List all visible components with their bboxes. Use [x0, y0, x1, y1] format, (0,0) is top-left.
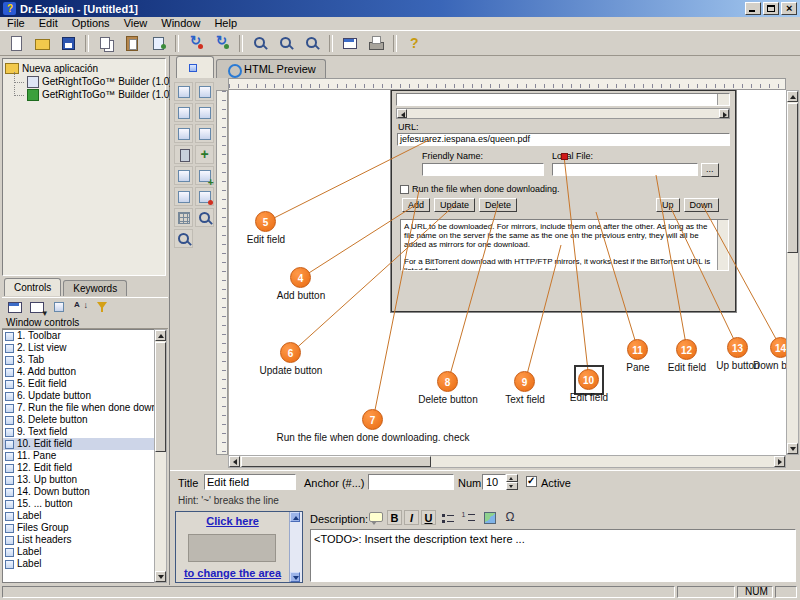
menu-item[interactable]: File — [0, 17, 32, 30]
control-list-item[interactable]: 1. Toolbar — [3, 330, 154, 342]
format-button[interactable]: B — [387, 510, 402, 525]
tab-keywords[interactable]: Keywords — [63, 280, 127, 296]
anchor-input[interactable] — [368, 474, 454, 490]
callout-9[interactable]: 9 — [514, 371, 535, 392]
callout-8[interactable]: 8 — [437, 371, 458, 392]
scroll-up-button[interactable] — [155, 330, 166, 341]
scrollbar-thumb[interactable] — [241, 456, 431, 467]
new-button[interactable] — [4, 32, 28, 55]
snap-button[interactable] — [174, 103, 193, 122]
area-preview[interactable]: Click here to change the area — [175, 511, 303, 583]
paste-button[interactable] — [120, 32, 144, 55]
click-here-link[interactable]: Click here — [176, 515, 289, 527]
preview-scrollbar[interactable] — [289, 512, 302, 582]
scroll-down-button[interactable] — [787, 443, 798, 454]
num-value[interactable]: 10 — [482, 474, 506, 490]
canvas-vscrollbar[interactable] — [786, 90, 799, 455]
tree-root-node[interactable]: Nueva aplicación — [5, 62, 163, 75]
tree-node[interactable]: GetRightToGo™ Builder (1.0) — [14, 88, 163, 101]
select-button[interactable] — [174, 82, 193, 101]
grab-button[interactable] — [210, 32, 234, 55]
control-list-item[interactable]: Label — [3, 546, 154, 558]
maximize-button[interactable] — [763, 2, 779, 15]
callout-4[interactable]: 4 — [290, 267, 311, 288]
control-list-item[interactable]: 5. Edit field — [3, 378, 154, 390]
scroll-down-button[interactable] — [290, 572, 300, 582]
close-button[interactable] — [781, 2, 797, 15]
callout-7[interactable]: 7 — [362, 409, 383, 430]
tab-html-preview[interactable]: HTML Preview — [216, 59, 326, 78]
filter-button[interactable] — [93, 297, 113, 316]
scrollbar-thumb[interactable] — [155, 342, 166, 452]
window-dropdown-button[interactable] — [27, 297, 47, 316]
comment-button[interactable] — [366, 509, 385, 527]
tab-controls[interactable]: Controls — [4, 278, 61, 296]
align-h-button[interactable] — [174, 124, 193, 143]
minimize-button[interactable] — [745, 2, 761, 15]
symbol-button[interactable] — [501, 509, 520, 527]
control-list-item[interactable]: 2. List view — [3, 342, 154, 354]
menu-item[interactable]: Window — [154, 17, 207, 30]
fields-button[interactable] — [49, 297, 69, 316]
canvas-hscrollbar[interactable] — [228, 455, 786, 468]
delete-button[interactable] — [174, 145, 193, 164]
num-down-button[interactable] — [506, 482, 518, 490]
image-button[interactable] — [480, 509, 499, 527]
control-list-item[interactable]: 12. Edit field — [3, 462, 154, 474]
print-button[interactable] — [364, 32, 388, 55]
menu-item[interactable]: Options — [65, 17, 117, 30]
control-list-item[interactable]: Label — [3, 510, 154, 522]
control-list-item[interactable]: 3. Tab — [3, 354, 154, 366]
pane-split-button[interactable] — [174, 166, 193, 185]
add-button[interactable] — [195, 145, 214, 164]
menu-item[interactable]: View — [117, 17, 155, 30]
zoom-in-button[interactable] — [248, 32, 272, 55]
control-list-item[interactable]: 6. Update button — [3, 390, 154, 402]
zoom-in-button[interactable] — [195, 208, 214, 227]
window-button[interactable] — [338, 32, 362, 55]
save-button[interactable] — [56, 32, 80, 55]
scrollbar-thumb[interactable] — [787, 103, 798, 253]
tab-designer[interactable] — [176, 56, 214, 78]
callout-13[interactable]: 13 — [727, 337, 748, 358]
pan-button[interactable] — [195, 82, 214, 101]
tree-node[interactable]: GetRightToGo™ Builder (1.0) — [14, 75, 163, 88]
marker-button[interactable] — [195, 187, 214, 206]
zoom-out-button[interactable] — [274, 32, 298, 55]
num-up-button[interactable] — [506, 474, 518, 482]
numbered-list-button[interactable] — [459, 509, 478, 527]
callout-14[interactable]: 14 — [770, 337, 786, 358]
menu-item[interactable]: Help — [207, 17, 244, 30]
scroll-up-button[interactable] — [787, 91, 798, 102]
format-button[interactable]: I — [404, 510, 419, 525]
callout-5[interactable]: 5 — [255, 211, 276, 232]
callout-6[interactable]: 6 — [280, 342, 301, 363]
help-button[interactable] — [402, 32, 426, 55]
control-list-item[interactable]: 15. ... button — [3, 498, 154, 510]
frame-button[interactable] — [174, 187, 193, 206]
control-list-item[interactable]: 9. Text field — [3, 426, 154, 438]
control-list-item[interactable]: 4. Add button — [3, 366, 154, 378]
capture-button[interactable] — [184, 32, 208, 55]
control-list-item[interactable]: 13. Up button — [3, 474, 154, 486]
callout-10[interactable]: 10 — [578, 369, 599, 390]
control-list-item[interactable]: 14. Down button — [3, 486, 154, 498]
scroll-down-button[interactable] — [155, 571, 166, 582]
control-list-item[interactable]: Files Group — [3, 522, 154, 534]
control-list-item[interactable]: 8. Delete button — [3, 414, 154, 426]
scroll-right-button[interactable] — [774, 456, 785, 467]
scroll-left-button[interactable] — [229, 456, 240, 467]
control-list-item[interactable]: 10. Edit field — [3, 438, 154, 450]
export-button[interactable] — [146, 32, 170, 55]
format-button[interactable]: U — [421, 510, 436, 525]
sort-button[interactable] — [71, 297, 91, 316]
window-view-button[interactable] — [5, 297, 25, 316]
control-list-item[interactable]: 7. Run the file when done download... — [3, 402, 154, 414]
zoom-100-button[interactable] — [300, 32, 324, 55]
designer-canvas[interactable]: URL: jefesuarez.iespana.es/queen.pdf Fri… — [228, 90, 786, 455]
title-input[interactable] — [204, 474, 296, 490]
callout-11[interactable]: 11 — [627, 339, 648, 360]
callout-12[interactable]: 12 — [676, 339, 697, 360]
bullet-list-button[interactable] — [438, 509, 457, 527]
description-editor[interactable]: <TODO>: Insert the description text here… — [310, 529, 796, 582]
